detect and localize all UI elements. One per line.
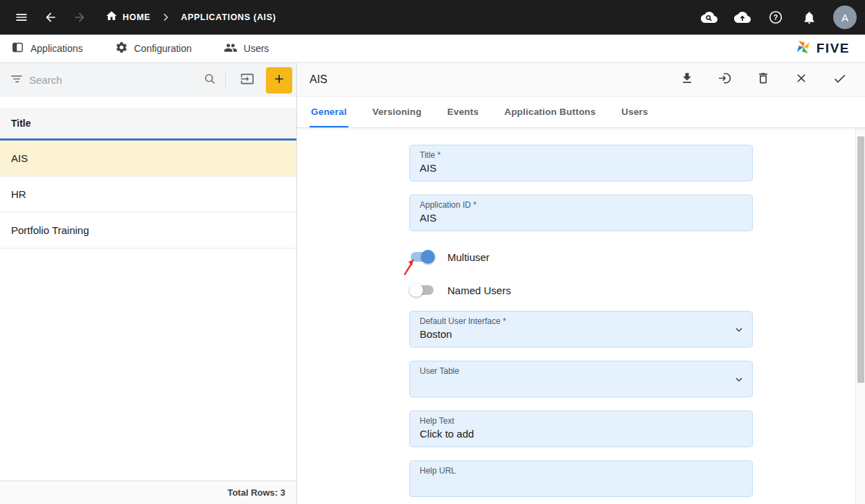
field-value: AIS bbox=[420, 162, 742, 175]
back-button[interactable] bbox=[37, 4, 64, 30]
detail-tabs: General Versioning Events Application Bu… bbox=[297, 97, 865, 128]
brand-pinwheel-icon bbox=[795, 39, 812, 58]
forward-button[interactable] bbox=[66, 4, 93, 30]
download-button[interactable] bbox=[677, 69, 697, 90]
topbar-actions: ? A bbox=[696, 4, 857, 30]
download-icon bbox=[680, 71, 694, 88]
search-toolbar bbox=[0, 63, 296, 97]
help-url-field[interactable]: Help URL bbox=[409, 460, 753, 497]
delete-icon bbox=[756, 71, 770, 88]
list-item[interactable]: AIS bbox=[0, 141, 296, 177]
tab-label: Versioning bbox=[373, 107, 422, 117]
nav-item-configuration[interactable]: Configuration bbox=[115, 41, 192, 56]
field-value bbox=[420, 378, 742, 391]
svg-text:?: ? bbox=[774, 13, 778, 21]
detail-panel: AIS bbox=[297, 63, 865, 504]
field-label: Application ID * bbox=[420, 200, 742, 210]
search-icon[interactable] bbox=[203, 72, 217, 89]
menu-button[interactable] bbox=[8, 4, 35, 30]
tab-general[interactable]: General bbox=[310, 97, 348, 127]
go-to-button[interactable] bbox=[715, 69, 735, 90]
tab-label: Users bbox=[621, 107, 648, 117]
list-item[interactable]: Portfolio Training bbox=[0, 213, 296, 249]
save-icon bbox=[832, 71, 847, 89]
help-text-field[interactable]: Help Text Click to add bbox=[409, 411, 753, 447]
delete-button[interactable] bbox=[753, 69, 774, 90]
named-users-toggle-row: Named Users bbox=[409, 278, 753, 303]
column-header-label: Title bbox=[11, 118, 31, 129]
search-input[interactable] bbox=[29, 74, 197, 86]
breadcrumb-home[interactable]: HOME bbox=[105, 10, 150, 25]
field-label: User Table bbox=[420, 366, 742, 376]
user-table-select[interactable]: User Table bbox=[409, 361, 753, 397]
menu-icon bbox=[15, 10, 28, 24]
list-item-label: Portfolio Training bbox=[11, 224, 89, 236]
scrollbar bbox=[855, 128, 865, 504]
detail-header: AIS bbox=[297, 63, 865, 97]
tab-events[interactable]: Events bbox=[446, 97, 480, 127]
form-column: Title * AIS Application ID * AIS Multius… bbox=[409, 145, 753, 497]
toggle-label: Named Users bbox=[447, 285, 511, 296]
import-button[interactable] bbox=[234, 67, 260, 93]
tab-users[interactable]: Users bbox=[620, 97, 650, 127]
chevron-down-icon bbox=[734, 325, 744, 334]
home-icon bbox=[105, 10, 118, 25]
filter-icon[interactable] bbox=[10, 72, 24, 89]
help-icon: ? bbox=[768, 10, 783, 25]
field-value: Boston bbox=[420, 328, 742, 341]
tab-versioning[interactable]: Versioning bbox=[371, 97, 423, 127]
breadcrumb-home-label: HOME bbox=[123, 12, 150, 22]
title-field[interactable]: Title * AIS bbox=[409, 145, 753, 181]
list-column-header[interactable]: Title bbox=[0, 108, 296, 141]
record-actions bbox=[677, 69, 850, 90]
brand-name: FIVE bbox=[817, 41, 850, 56]
nav-item-applications[interactable]: Applications bbox=[11, 41, 83, 56]
multiuser-toggle-row: Multiuser bbox=[409, 244, 753, 269]
list-panel: Title AIS HR Portfolio Training Total Ro… bbox=[0, 63, 297, 504]
applications-icon bbox=[11, 41, 24, 56]
tab-application-buttons[interactable]: Application Buttons bbox=[503, 97, 597, 127]
brand-logo: FIVE bbox=[795, 39, 854, 58]
field-value: Click to add bbox=[420, 428, 742, 441]
detail-body: Title * AIS Application ID * AIS Multius… bbox=[297, 128, 865, 504]
list-spacer bbox=[0, 97, 296, 108]
add-record-button[interactable] bbox=[266, 67, 292, 93]
breadcrumb-current[interactable]: APPLICATIONS (AIS) bbox=[181, 12, 276, 22]
notifications-button[interactable] bbox=[796, 4, 822, 30]
toggle-thumb bbox=[409, 283, 423, 297]
scrollbar-thumb[interactable] bbox=[857, 136, 864, 383]
default-user-interface-select[interactable]: Default User Interface * Boston bbox=[409, 311, 753, 348]
field-value bbox=[420, 478, 742, 491]
nav-item-users[interactable]: Users bbox=[224, 41, 269, 57]
toolbar-divider bbox=[225, 71, 226, 89]
cloud-deploy-icon bbox=[734, 9, 751, 26]
field-label: Help Text bbox=[420, 416, 742, 426]
save-button[interactable] bbox=[829, 69, 850, 90]
add-icon bbox=[272, 72, 286, 89]
go-to-icon bbox=[718, 71, 732, 88]
application-id-field[interactable]: Application ID * AIS bbox=[409, 195, 753, 231]
notifications-icon bbox=[802, 10, 817, 25]
list-item[interactable]: HR bbox=[0, 177, 296, 213]
cloud-search-icon bbox=[701, 9, 717, 26]
field-label: Default User Interface * bbox=[420, 316, 742, 326]
cloud-deploy-button[interactable] bbox=[729, 4, 756, 30]
chevron-down-icon bbox=[734, 375, 744, 384]
named-users-toggle[interactable] bbox=[409, 283, 435, 297]
topbar: HOME APPLICATIONS (AIS) bbox=[0, 0, 865, 35]
record-list: AIS HR Portfolio Training bbox=[0, 141, 296, 480]
multiuser-toggle[interactable] bbox=[409, 250, 435, 264]
avatar[interactable]: A bbox=[833, 6, 857, 29]
back-icon bbox=[44, 10, 57, 24]
cloud-search-button[interactable] bbox=[696, 4, 722, 30]
close-button[interactable] bbox=[791, 69, 812, 90]
list-footer: Total Rows: 3 bbox=[0, 480, 296, 504]
breadcrumb-chevron-icon bbox=[160, 12, 171, 23]
module-navbar: Applications Configuration Users FIVE bbox=[0, 35, 865, 63]
main-area: Title AIS HR Portfolio Training Total Ro… bbox=[0, 63, 865, 504]
nav-item-label: Applications bbox=[30, 43, 83, 54]
configuration-icon bbox=[115, 41, 128, 56]
tab-label: General bbox=[311, 107, 347, 117]
help-button[interactable]: ? bbox=[763, 4, 789, 30]
field-value: AIS bbox=[420, 212, 742, 225]
